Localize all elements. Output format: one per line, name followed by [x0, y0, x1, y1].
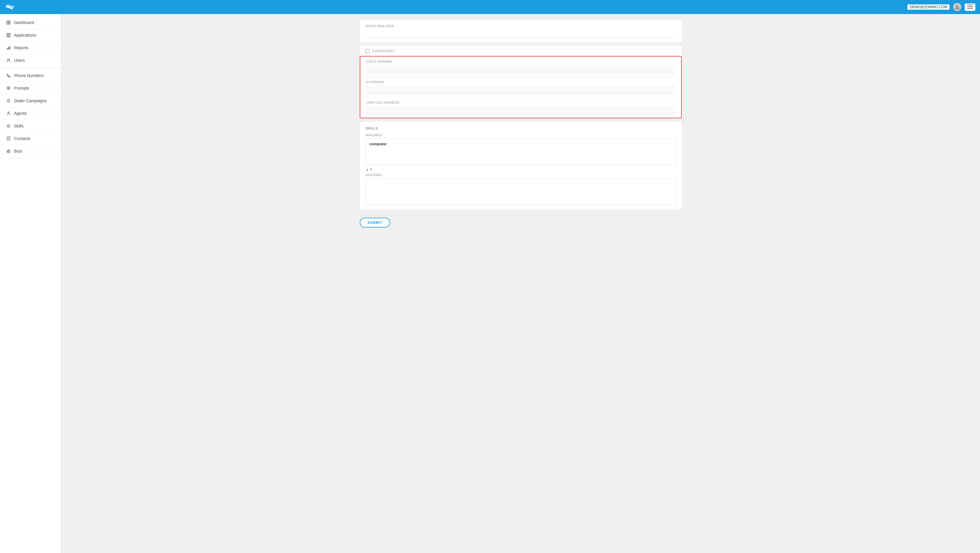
cisco-gateway-label: CISCO GATEWAY [366, 60, 675, 63]
dashboard-icon [6, 20, 11, 25]
sidebar-item-bots[interactable]: Bots [0, 145, 61, 158]
sidebar-item-label: Dialer Campaigns [14, 99, 46, 103]
sidebar-item-label: Contacts [14, 136, 30, 141]
sidebar-item-label: Prompts [14, 86, 29, 91]
prompts-icon [6, 86, 11, 91]
svg-rect-1 [967, 5, 973, 5]
sidebar-item-phone-numbers[interactable]: Phone Numbers [0, 69, 61, 82]
skill-item-computer: computer [369, 142, 672, 146]
svg-point-18 [7, 87, 10, 89]
jtapi-input[interactable] [366, 106, 675, 115]
svg-rect-3 [967, 8, 973, 9]
svg-point-21 [8, 112, 10, 113]
svg-point-28 [9, 151, 10, 152]
submit-area: SUBMIT [360, 213, 682, 232]
header: DEMO@ZOMNIO.COM [0, 0, 980, 14]
sidebar-item-dialer-campaigns[interactable]: Dialer Campaigns [0, 95, 61, 107]
svg-point-0 [956, 5, 958, 7]
invite-new-user-label: INVITE NEW USER [366, 25, 676, 28]
applications-icon [6, 32, 11, 38]
extension-field: EXTENSION [360, 77, 681, 97]
svg-rect-7 [9, 23, 10, 24]
jtapi-field: JTAPI CALL ADDRESS [360, 97, 681, 118]
skills-arrows: ▲ ▼ [366, 168, 676, 171]
cisco-gateway-field: CISCO GATEWAY [360, 57, 681, 77]
svg-rect-23 [7, 137, 10, 140]
supervisor-label: SUPERVISOR? [372, 49, 394, 53]
sidebar-item-label: Agents [14, 111, 27, 116]
available-label: AVAILABLE [366, 134, 676, 137]
header-right: DEMO@ZOMNIO.COM [907, 3, 975, 11]
svg-point-19 [8, 88, 9, 89]
skills-title: SKILLS [366, 126, 676, 130]
sidebar-item-label: Reports [14, 45, 29, 50]
sidebar-item-label: Users [14, 58, 25, 63]
svg-rect-13 [8, 36, 9, 37]
layout: Dashboard Applications [0, 14, 980, 553]
svg-rect-12 [8, 33, 9, 35]
user-email: DEMO@ZOMNIO.COM [907, 5, 950, 10]
jtapi-label: JTAPI CALL ADDRESS [366, 101, 675, 104]
cisco-section: CISCO GATEWAY EXTENSION JTAPI CALL ADDRE… [360, 56, 682, 118]
sidebar-item-contacts[interactable]: Contacts [0, 132, 61, 145]
phone-icon [6, 73, 11, 78]
available-skills-list[interactable]: computer [366, 139, 676, 165]
sidebar-item-users[interactable]: Users [0, 54, 61, 67]
sidebar-item-label: Phone Numbers [14, 73, 44, 78]
skills-icon [6, 123, 11, 129]
sidebar-item-prompts[interactable]: Prompts [0, 82, 61, 95]
avatar[interactable] [953, 3, 961, 11]
svg-point-22 [7, 124, 10, 127]
menu-icon[interactable] [965, 3, 975, 11]
svg-rect-16 [10, 46, 10, 49]
arrow-down-button[interactable]: ▼ [370, 168, 372, 171]
sidebar-item-label: Bots [14, 149, 22, 153]
supervisor-row: SUPERVISOR? [360, 46, 682, 56]
sidebar-item-label: Skills [14, 124, 24, 128]
invite-new-user-input[interactable] [366, 30, 676, 38]
users-icon [6, 58, 11, 63]
submit-button[interactable]: SUBMIT [360, 218, 390, 228]
svg-rect-5 [9, 21, 10, 22]
sidebar-item-agents[interactable]: Agents [0, 107, 61, 120]
sidebar-item-reports[interactable]: Reports [0, 41, 61, 54]
sidebar-item-label: Applications [14, 33, 36, 38]
assigned-label: ASSIGNED [366, 174, 676, 177]
sidebar-item-dashboard[interactable]: Dashboard [0, 16, 61, 29]
extension-input[interactable] [366, 86, 675, 94]
assigned-skills-list[interactable] [366, 178, 676, 205]
agents-icon [6, 111, 11, 116]
contacts-icon [6, 136, 11, 141]
skills-section: SKILLS AVAILABLE computer ▲ ▼ ASSIGNED [360, 122, 682, 209]
sidebar-item-skills[interactable]: Skills [0, 120, 61, 132]
dialer-icon [6, 98, 11, 104]
main-content: INVITE NEW USER SUPERVISOR? CISCO GATEWA… [62, 14, 980, 553]
svg-point-27 [8, 151, 8, 152]
sidebar-item-applications[interactable]: Applications [0, 29, 61, 41]
cisco-gateway-input[interactable] [366, 65, 675, 74]
sidebar: Dashboard Applications [0, 14, 62, 553]
sidebar-item-label: Dashboard [14, 20, 34, 25]
arrow-up-button[interactable]: ▲ [366, 168, 369, 171]
content-wrapper: INVITE NEW USER SUPERVISOR? CISCO GATEWA… [360, 20, 682, 232]
logo [5, 3, 16, 11]
svg-rect-15 [8, 47, 9, 49]
svg-rect-6 [7, 23, 8, 24]
svg-rect-14 [7, 48, 8, 49]
svg-rect-4 [7, 21, 8, 22]
svg-rect-2 [967, 6, 973, 7]
extension-label: EXTENSION [366, 81, 675, 84]
supervisor-checkbox[interactable] [366, 49, 370, 53]
reports-icon [6, 45, 11, 50]
bots-icon [6, 148, 11, 154]
invite-new-user-section: INVITE NEW USER [360, 20, 682, 43]
